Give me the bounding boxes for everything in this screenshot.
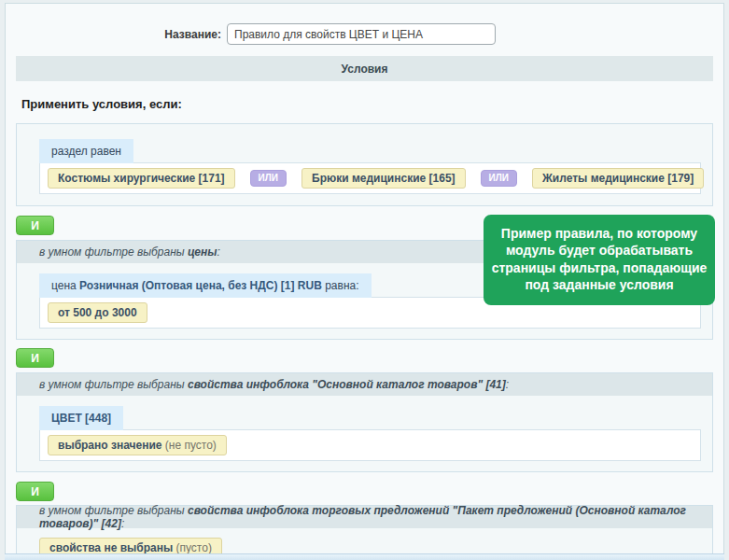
catalog-props-header: в умном фильтре выбраны свойства инфобло… (17, 373, 712, 396)
price-tab-name: Розничная (Оптовая цена, без НДС) [1] RU… (79, 279, 322, 292)
catalog-props-header-bold: свойства инфоблока "Основной каталог тов… (188, 378, 506, 391)
color-property-tab-label: ЦВЕТ [448] (51, 412, 111, 425)
catalog-props-header-text: в умном фильтре выбраны свойства инфобло… (39, 378, 509, 391)
catalog-props-body: ЦВЕТ [448] выбрано значение (не пусто) (17, 396, 712, 471)
section-condition-tab[interactable]: раздел равен (39, 139, 133, 163)
conditions-section-title: Условия (342, 63, 388, 76)
section-values-panel: Костюмы хирургические [171] ИЛИ Брюки ме… (39, 162, 701, 194)
color-chip-text: выбрано значение (58, 439, 161, 452)
section-value-chip[interactable]: Брюки медицинские [165] (301, 168, 466, 189)
rule-editor-page: Название: Условия Применить условия, есл… (0, 0, 729, 560)
price-range-chip[interactable]: от 500 до 3000 (48, 302, 147, 323)
prices-header-bold: цены (188, 245, 217, 259)
price-tab-prefix: цена (51, 279, 79, 292)
and-button[interactable]: И (16, 348, 54, 368)
section-tab-prefix: раздел (51, 145, 91, 158)
rule-name-input[interactable] (227, 23, 496, 45)
next-panel-edge (5, 553, 724, 560)
offer-props-header-prefix: в умном фильтре выбраны (39, 504, 188, 517)
catalog-props-header-suffix: : (506, 378, 509, 391)
condition-group-catalog-props: в умном фильтре выбраны свойства инфобло… (16, 372, 713, 472)
condition-group-section-body: раздел равен Костюмы хирургические [171]… (17, 124, 712, 205)
prices-header-prefix: в умном фильтре выбраны (39, 245, 188, 259)
color-property-tab[interactable]: ЦВЕТ [448] (39, 406, 123, 430)
condition-group-section: раздел равен Костюмы хирургические [171]… (16, 123, 713, 206)
offer-props-header: в умном фильтре выбраны свойства инфобло… (17, 506, 712, 528)
price-tab-operator: равна: (322, 279, 359, 292)
offer-props-header-text: в умном фильтре выбраны свойства инфобло… (39, 504, 712, 530)
section-value-chip[interactable]: Жилеты медицинские [179] (532, 168, 704, 189)
rule-name-label: Название: (6, 28, 227, 41)
catalog-props-header-prefix: в умном фильтре выбраны (39, 378, 188, 391)
example-rule-tooltip: Пример правила, по которому модуль будет… (484, 215, 715, 305)
prices-header-suffix: : (217, 245, 219, 259)
section-value-chip[interactable]: Костюмы хирургические [171] (48, 168, 235, 189)
and-button[interactable]: И (16, 482, 54, 501)
apply-conditions-heading: Применить условия, если: (21, 97, 723, 111)
conditions-section-bar: Условия (16, 56, 713, 81)
offer-props-chip-text: свойства не выбраны (49, 541, 173, 554)
prices-header-text: в умном фильтре выбраны цены: (39, 245, 220, 259)
or-badge[interactable]: ИЛИ (250, 170, 287, 187)
or-badge[interactable]: ИЛИ (481, 170, 517, 187)
condition-group-offer-props: в умном фильтре выбраны свойства инфобло… (16, 505, 713, 560)
section-chips-row: Костюмы хирургические [171] ИЛИ Брюки ме… (48, 168, 704, 189)
offer-props-header-suffix: : (121, 517, 124, 530)
color-property-panel: выбрано значение (не пусто) (39, 429, 701, 461)
rule-name-row: Название: (6, 23, 723, 45)
color-chip-note: (не пусто) (161, 439, 216, 452)
color-value-chip[interactable]: выбрано значение (не пусто) (48, 435, 227, 455)
and-button[interactable]: И (16, 216, 54, 235)
price-condition-tab[interactable]: цена Розничная (Оптовая цена, без НДС) [… (39, 273, 372, 298)
offer-props-chip-note: (пусто) (173, 541, 212, 554)
section-tab-operator: равен (91, 145, 121, 158)
